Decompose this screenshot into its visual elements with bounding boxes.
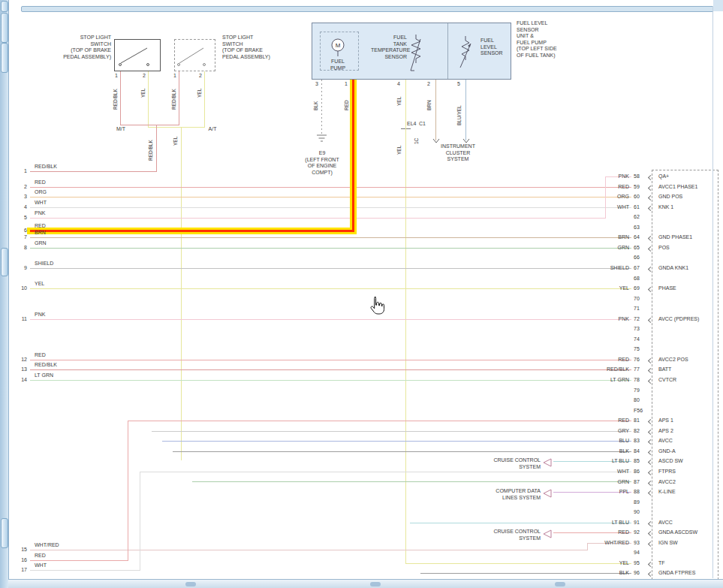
wire-blk[interactable] — [173, 451, 631, 452]
left-dock-strip — [0, 0, 9, 588]
pin-wire-color-label: WHT — [577, 469, 629, 475]
row-number: 10 — [15, 285, 27, 292]
bottom-status-bar[interactable] — [8, 579, 723, 588]
switch-symbol — [114, 39, 161, 71]
wire-blu-yel[interactable] — [465, 80, 466, 140]
wire-color-label: YEL — [173, 129, 178, 146]
wire-wht[interactable] — [30, 570, 140, 571]
pin-number: 80 — [634, 397, 652, 404]
row-wire-color-label: RED/BLK — [35, 362, 57, 369]
pin-number: 71 — [634, 306, 652, 312]
splitter-notch[interactable] — [185, 582, 196, 586]
wire-wht-red[interactable] — [30, 550, 588, 550]
wire-yel[interactable] — [148, 71, 149, 128]
dock-segment[interactable] — [1, 13, 8, 43]
stoplight-switch-at-label: STOP LIGHT SWITCH (TOP OF BRAKE PEDAL AS… — [222, 35, 276, 60]
wire-red[interactable] — [128, 421, 128, 561]
pin-number: 70 — [634, 296, 652, 303]
row-wire-color-label: BRN — [35, 230, 46, 237]
wire-wht[interactable] — [140, 472, 631, 472]
wire-yel[interactable] — [181, 127, 182, 460]
pin-wire-color-label: YEL — [577, 285, 629, 292]
wire-pnk[interactable] — [30, 319, 631, 320]
wire-red[interactable] — [30, 187, 631, 188]
wire-gry[interactable] — [152, 431, 631, 432]
system-annotation[interactable]: COMPUTER DATA LINES SYSTEM — [464, 488, 541, 501]
wire-blk[interactable] — [321, 80, 322, 134]
system-annotation[interactable]: CRUISE CONTROL SYSTEM — [464, 529, 541, 541]
diagram-canvas[interactable]: STOP LIGHT SWITCH (TOP OF BRAKE PEDAL AS… — [0, 0, 723, 588]
wire-yel[interactable] — [30, 288, 631, 289]
motor-letter: M — [336, 42, 341, 49]
system-link-arrow-icon — [542, 457, 553, 466]
dock-segment[interactable] — [1, 1, 8, 12]
wire-red-blk[interactable] — [179, 71, 179, 125]
wire-shield[interactable] — [30, 268, 631, 269]
wire-color-label: YEL — [140, 80, 146, 98]
wire-color-label: YEL — [197, 80, 202, 98]
pin-wire-color-label: BRN — [577, 234, 629, 241]
wire-red[interactable] — [30, 360, 631, 360]
connector-label: C1 — [419, 121, 426, 128]
wire-red[interactable] — [30, 560, 128, 561]
pin-wire-color-label: SHIELD — [577, 265, 629, 272]
pin-wire-color-label: RED — [577, 418, 629, 424]
row-wire-color-label: RED — [35, 223, 46, 230]
pin-wire-color-label: BLU — [577, 438, 629, 445]
highlighted-wire-core[interactable] — [30, 230, 354, 232]
wire-red-blk[interactable] — [30, 171, 157, 172]
row-wire-color-label: SHIELD — [35, 261, 53, 267]
row-number: 7 — [15, 234, 27, 241]
wire-color-label: BLK — [313, 88, 318, 110]
pin-signal-label: FTPRS — [658, 469, 720, 475]
wire-pnk[interactable] — [30, 218, 606, 219]
pin-signal-label: ASCD SW — [658, 458, 720, 465]
pin-signal-label: APS 2 — [658, 428, 720, 435]
dock-segment[interactable] — [1, 518, 8, 548]
pin-wire-color-label: PPL — [577, 489, 629, 496]
row-wire-color-label: WHT — [35, 200, 47, 207]
connector-label: EL4 — [407, 121, 416, 128]
pin-signal-label: AVCC — [658, 438, 720, 445]
wire-brn[interactable] — [435, 80, 436, 140]
pin-wire-color-label: WHT — [577, 204, 629, 211]
dock-segment[interactable] — [1, 43, 8, 73]
wire-color-label: BLU/YEL — [456, 88, 462, 125]
wire-red-blk[interactable] — [156, 125, 157, 172]
wire-grn[interactable] — [30, 248, 631, 249]
wire-lt-grn[interactable] — [30, 380, 631, 381]
splitter-notch[interactable] — [370, 582, 381, 586]
wire-red-blk[interactable] — [30, 369, 631, 370]
wiring-diagram-viewer: STOP LIGHT SWITCH (TOP OF BRAKE PEDAL AS… — [0, 0, 723, 588]
dock-segment[interactable] — [1, 248, 8, 276]
highlighted-wire-core[interactable] — [352, 80, 354, 232]
wire-yel[interactable] — [204, 71, 205, 128]
wire-yel[interactable] — [405, 80, 406, 564]
thermistor-symbol — [410, 33, 422, 75]
row-number: 17 — [15, 567, 27, 574]
wire-red-blk[interactable] — [120, 71, 121, 125]
pin-signal-label: AVCC (PDPRES) — [658, 316, 720, 323]
system-annotation[interactable]: CRUISE CONTROL SYSTEM — [464, 457, 541, 470]
unit-pin-number: 3 — [315, 81, 318, 88]
wire-org[interactable] — [30, 197, 631, 198]
wire-red[interactable] — [128, 421, 631, 421]
top-scrollbar[interactable] — [21, 6, 714, 12]
pin-signal-label: KNK 1 — [658, 204, 720, 211]
wire-grn[interactable] — [192, 481, 631, 482]
wire-wht[interactable] — [140, 472, 140, 571]
pin-signal-label: AVCC2 — [658, 479, 720, 486]
wire-brn[interactable] — [30, 237, 631, 238]
wire-red-blk[interactable] — [120, 125, 179, 125]
wire-blu[interactable] — [162, 441, 631, 442]
row-wire-color-label: PNK — [35, 312, 45, 318]
splitter-notch[interactable] — [555, 582, 565, 586]
instrument-cluster-label[interactable]: INSTRUMENT CLUSTER SYSTEM — [431, 143, 485, 163]
pin-number: 75 — [634, 346, 652, 353]
wire-wht[interactable] — [30, 207, 631, 208]
pin-wire-color-label: PNK — [577, 173, 629, 180]
row-wire-color-label: WHT — [35, 562, 47, 569]
row-number: 9 — [15, 265, 27, 272]
pin-wire-color-label: GRN — [577, 479, 629, 486]
pin-signal-label: GNDA FTPRES — [658, 570, 720, 577]
